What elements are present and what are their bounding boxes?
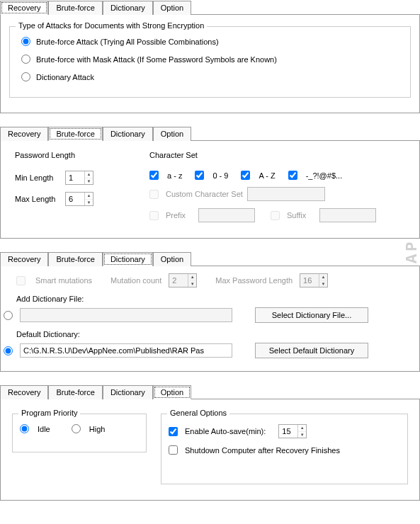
- radio-mask-label: Brute-force with Mask Attack (If Some Pa…: [36, 55, 277, 64]
- shutdown-label: Shutdown Computer after Recovery Finishe…: [185, 446, 340, 455]
- check-suffix: [271, 211, 280, 220]
- tab-option[interactable]: Option: [153, 1, 191, 15]
- max-pwd-length-spinner: ▲▼: [300, 273, 328, 287]
- spinner-up-icon[interactable]: ▲: [298, 425, 306, 432]
- mutation-count-label: Mutation count: [110, 276, 161, 285]
- mutation-count-spinner: ▲▼: [169, 273, 197, 287]
- check-smart-mutations: [16, 276, 25, 285]
- radio-idle[interactable]: [20, 424, 29, 433]
- tab-row: Recovery Brute-force Dictionary Option: [0, 251, 420, 266]
- check-AZ-label: A - Z: [259, 171, 275, 180]
- tab-recovery[interactable]: Recovery: [0, 385, 48, 399]
- priority-title: Program Priority: [18, 409, 80, 417]
- min-length-spinner[interactable]: ▲▼: [65, 171, 93, 185]
- tab-dictionary[interactable]: Dictionary: [103, 385, 153, 399]
- check-az-label: a - z: [167, 171, 182, 180]
- prefix-label: Prefix: [166, 211, 194, 220]
- min-length-input[interactable]: [66, 171, 84, 184]
- check-az[interactable]: [149, 171, 159, 180]
- panel-recovery: Recovery Brute-force Dictionary Option T…: [0, 0, 420, 113]
- tab-dictionary[interactable]: Dictionary: [103, 252, 153, 266]
- min-length-label: Min Length: [15, 173, 61, 182]
- tab-bruteforce[interactable]: Brute-force: [48, 1, 102, 15]
- check-symbols-label: -_?!@#$...: [306, 171, 343, 180]
- mutation-count-input: [169, 274, 188, 287]
- attack-type-title: Type of Attacks for Documents with Stron…: [16, 21, 207, 30]
- select-dictionary-file-button[interactable]: Select Dictionary File...: [255, 307, 368, 323]
- check-autosave[interactable]: [169, 427, 178, 436]
- spinner-down-icon[interactable]: ▼: [298, 432, 306, 438]
- check-AZ[interactable]: [241, 171, 250, 180]
- autosave-spinner[interactable]: ▲▼: [278, 424, 307, 438]
- custom-charset-label: Custom Character Set: [166, 190, 243, 198]
- radio-bruteforce-label: Brute-force Attack (Trying All Possible …: [36, 38, 219, 46]
- add-dictionary-path: [20, 308, 232, 322]
- spinner-up-icon: ▲: [319, 274, 327, 281]
- tab-content-recovery: Type of Attacks for Documents with Stron…: [0, 14, 420, 113]
- spinner-down-icon: ▼: [188, 281, 196, 287]
- radio-mask[interactable]: [21, 55, 30, 64]
- select-default-dictionary-button[interactable]: Select Default Dictionary: [255, 343, 368, 358]
- suffix-label: Suffix: [287, 211, 315, 220]
- tab-bruteforce[interactable]: Brute-force: [48, 127, 102, 141]
- radio-high-label: High: [89, 425, 106, 433]
- add-dictionary-label: Add Dictionary File:: [16, 295, 411, 303]
- tab-recovery[interactable]: Recovery: [0, 252, 48, 266]
- general-options-group: General Options Enable Auto-save(min): ▲…: [161, 414, 408, 484]
- default-dictionary-path[interactable]: [20, 343, 232, 358]
- spinner-up-icon[interactable]: ▲: [85, 193, 93, 200]
- tab-row: Recovery Brute-force Dictionary Option: [0, 0, 420, 14]
- check-prefix: [149, 211, 159, 220]
- prefix-input: [198, 208, 255, 222]
- charset-title: Character Set: [149, 151, 405, 159]
- max-pwd-length-input: [300, 274, 319, 287]
- default-dictionary-label: Default Dictionary:: [16, 330, 411, 338]
- radio-dictionary[interactable]: [21, 72, 30, 81]
- max-length-label: Max Length: [15, 195, 61, 203]
- spinner-down-icon[interactable]: ▼: [85, 178, 93, 185]
- smart-mutations-label: Smart mutations: [35, 276, 92, 285]
- panel-dictionary: Recovery Brute-force Dictionary Option S…: [0, 251, 420, 372]
- panel-bruteforce: Recovery Brute-force Dictionary Option P…: [0, 126, 420, 239]
- tab-content-dictionary: Smart mutations Mutation count ▲▼ Max Pa…: [0, 266, 420, 372]
- radio-default-dictionary[interactable]: [4, 346, 13, 355]
- check-09[interactable]: [195, 171, 204, 180]
- tab-option[interactable]: Option: [153, 252, 191, 266]
- panel-option: Recovery Brute-force Dictionary Option P…: [0, 385, 420, 501]
- check-09-label: 0 - 9: [212, 171, 228, 180]
- tab-dictionary[interactable]: Dictionary: [103, 1, 153, 15]
- radio-high[interactable]: [72, 424, 81, 433]
- spinner-up-icon: ▲: [188, 274, 196, 281]
- tab-dictionary[interactable]: Dictionary: [103, 127, 153, 141]
- tab-bruteforce[interactable]: Brute-force: [48, 252, 102, 266]
- tab-option[interactable]: Option: [153, 385, 191, 399]
- tab-recovery[interactable]: Recovery: [0, 1, 48, 15]
- max-length-input[interactable]: [66, 193, 84, 205]
- tab-row: Recovery Brute-force Dictionary Option: [0, 126, 420, 140]
- spinner-down-icon: ▼: [319, 281, 327, 287]
- max-length-spinner[interactable]: ▲▼: [65, 192, 93, 206]
- tab-recovery[interactable]: Recovery: [0, 127, 48, 141]
- general-options-title: General Options: [167, 409, 229, 417]
- spinner-down-icon[interactable]: ▼: [85, 200, 93, 206]
- suffix-input: [319, 208, 376, 222]
- autosave-input[interactable]: [279, 425, 297, 438]
- spinner-up-icon[interactable]: ▲: [85, 171, 93, 178]
- check-shutdown[interactable]: [169, 445, 178, 455]
- password-length-title: Password Length: [15, 151, 121, 159]
- autosave-label: Enable Auto-save(min):: [185, 427, 266, 435]
- attack-type-group: Type of Attacks for Documents with Stron…: [9, 26, 411, 98]
- radio-bruteforce[interactable]: [21, 37, 30, 46]
- radio-add-dictionary[interactable]: [4, 311, 13, 320]
- check-custom-charset: [149, 190, 159, 199]
- tab-bruteforce[interactable]: Brute-force: [48, 385, 102, 399]
- priority-group: Program Priority Idle High: [12, 414, 147, 452]
- radio-idle-label: Idle: [38, 425, 50, 433]
- tab-option[interactable]: Option: [153, 127, 191, 141]
- tab-content-bruteforce: Password Length Min Length ▲▼ Max Length…: [0, 140, 420, 239]
- check-symbols[interactable]: [288, 171, 297, 180]
- max-pwd-length-label: Max Password Length: [215, 276, 293, 285]
- custom-charset-input: [247, 187, 325, 201]
- tab-row: Recovery Brute-force Dictionary Option: [0, 385, 420, 399]
- radio-dictionary-label: Dictionary Attack: [36, 73, 94, 81]
